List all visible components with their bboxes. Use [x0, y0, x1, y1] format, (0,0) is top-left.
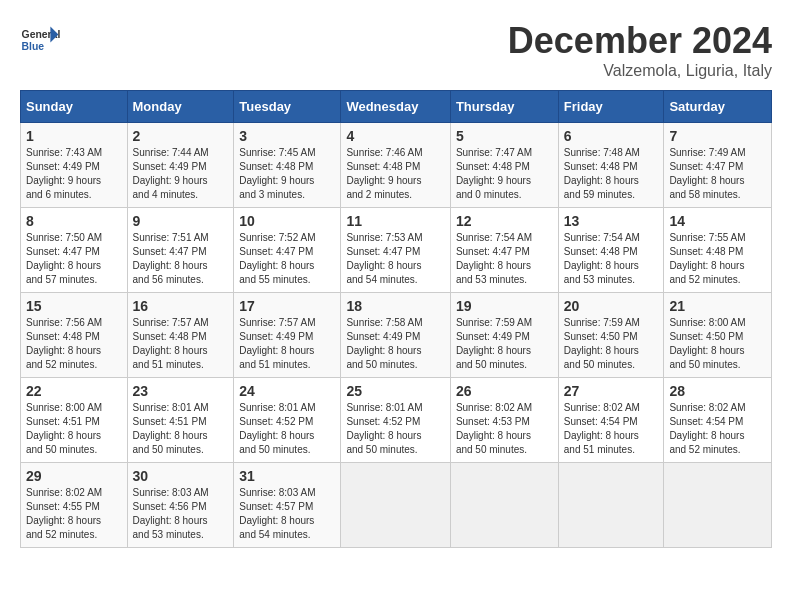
day-number: 11	[346, 213, 444, 229]
day-info: Sunrise: 8:02 AMSunset: 4:53 PMDaylight:…	[456, 402, 532, 455]
day-info: Sunrise: 7:51 AMSunset: 4:47 PMDaylight:…	[133, 232, 209, 285]
calendar-cell	[341, 463, 450, 548]
day-info: Sunrise: 7:57 AMSunset: 4:48 PMDaylight:…	[133, 317, 209, 370]
day-info: Sunrise: 7:57 AMSunset: 4:49 PMDaylight:…	[239, 317, 315, 370]
day-number: 18	[346, 298, 444, 314]
day-number: 20	[564, 298, 659, 314]
calendar-cell: 17Sunrise: 7:57 AMSunset: 4:49 PMDayligh…	[234, 293, 341, 378]
day-info: Sunrise: 8:02 AMSunset: 4:54 PMDaylight:…	[669, 402, 745, 455]
calendar-cell: 12Sunrise: 7:54 AMSunset: 4:47 PMDayligh…	[450, 208, 558, 293]
calendar-cell: 13Sunrise: 7:54 AMSunset: 4:48 PMDayligh…	[558, 208, 664, 293]
day-number: 3	[239, 128, 335, 144]
calendar-cell: 19Sunrise: 7:59 AMSunset: 4:49 PMDayligh…	[450, 293, 558, 378]
day-info: Sunrise: 7:54 AMSunset: 4:48 PMDaylight:…	[564, 232, 640, 285]
calendar-cell: 23Sunrise: 8:01 AMSunset: 4:51 PMDayligh…	[127, 378, 234, 463]
day-info: Sunrise: 7:55 AMSunset: 4:48 PMDaylight:…	[669, 232, 745, 285]
calendar-cell: 25Sunrise: 8:01 AMSunset: 4:52 PMDayligh…	[341, 378, 450, 463]
day-number: 23	[133, 383, 229, 399]
day-number: 15	[26, 298, 122, 314]
day-header-saturday: Saturday	[664, 91, 772, 123]
day-number: 31	[239, 468, 335, 484]
calendar-cell: 15Sunrise: 7:56 AMSunset: 4:48 PMDayligh…	[21, 293, 128, 378]
week-row: 15Sunrise: 7:56 AMSunset: 4:48 PMDayligh…	[21, 293, 772, 378]
calendar-cell: 16Sunrise: 7:57 AMSunset: 4:48 PMDayligh…	[127, 293, 234, 378]
day-info: Sunrise: 7:59 AMSunset: 4:50 PMDaylight:…	[564, 317, 640, 370]
day-info: Sunrise: 8:00 AMSunset: 4:50 PMDaylight:…	[669, 317, 745, 370]
month-title: December 2024	[508, 20, 772, 62]
calendar-table: SundayMondayTuesdayWednesdayThursdayFrid…	[20, 90, 772, 548]
day-number: 14	[669, 213, 766, 229]
day-number: 26	[456, 383, 553, 399]
day-info: Sunrise: 8:01 AMSunset: 4:51 PMDaylight:…	[133, 402, 209, 455]
calendar-cell: 31Sunrise: 8:03 AMSunset: 4:57 PMDayligh…	[234, 463, 341, 548]
day-header-wednesday: Wednesday	[341, 91, 450, 123]
day-header-sunday: Sunday	[21, 91, 128, 123]
day-info: Sunrise: 7:49 AMSunset: 4:47 PMDaylight:…	[669, 147, 745, 200]
day-number: 27	[564, 383, 659, 399]
day-info: Sunrise: 7:56 AMSunset: 4:48 PMDaylight:…	[26, 317, 102, 370]
week-row: 8Sunrise: 7:50 AMSunset: 4:47 PMDaylight…	[21, 208, 772, 293]
svg-text:Blue: Blue	[22, 41, 45, 52]
day-info: Sunrise: 8:02 AMSunset: 4:54 PMDaylight:…	[564, 402, 640, 455]
day-number: 9	[133, 213, 229, 229]
calendar-cell: 7Sunrise: 7:49 AMSunset: 4:47 PMDaylight…	[664, 123, 772, 208]
calendar-cell	[664, 463, 772, 548]
title-area: December 2024 Valzemola, Liguria, Italy	[508, 20, 772, 80]
day-number: 10	[239, 213, 335, 229]
calendar-cell: 18Sunrise: 7:58 AMSunset: 4:49 PMDayligh…	[341, 293, 450, 378]
day-number: 8	[26, 213, 122, 229]
header-row: SundayMondayTuesdayWednesdayThursdayFrid…	[21, 91, 772, 123]
calendar-cell: 8Sunrise: 7:50 AMSunset: 4:47 PMDaylight…	[21, 208, 128, 293]
day-info: Sunrise: 8:01 AMSunset: 4:52 PMDaylight:…	[346, 402, 422, 455]
calendar-cell: 29Sunrise: 8:02 AMSunset: 4:55 PMDayligh…	[21, 463, 128, 548]
calendar-cell: 10Sunrise: 7:52 AMSunset: 4:47 PMDayligh…	[234, 208, 341, 293]
calendar-cell: 6Sunrise: 7:48 AMSunset: 4:48 PMDaylight…	[558, 123, 664, 208]
calendar-cell	[558, 463, 664, 548]
calendar-cell: 2Sunrise: 7:44 AMSunset: 4:49 PMDaylight…	[127, 123, 234, 208]
day-number: 16	[133, 298, 229, 314]
day-info: Sunrise: 7:46 AMSunset: 4:48 PMDaylight:…	[346, 147, 422, 200]
day-header-thursday: Thursday	[450, 91, 558, 123]
day-number: 12	[456, 213, 553, 229]
day-number: 29	[26, 468, 122, 484]
calendar-cell: 24Sunrise: 8:01 AMSunset: 4:52 PMDayligh…	[234, 378, 341, 463]
calendar-cell: 21Sunrise: 8:00 AMSunset: 4:50 PMDayligh…	[664, 293, 772, 378]
day-info: Sunrise: 7:59 AMSunset: 4:49 PMDaylight:…	[456, 317, 532, 370]
day-info: Sunrise: 8:02 AMSunset: 4:55 PMDaylight:…	[26, 487, 102, 540]
week-row: 1Sunrise: 7:43 AMSunset: 4:49 PMDaylight…	[21, 123, 772, 208]
day-number: 19	[456, 298, 553, 314]
day-number: 13	[564, 213, 659, 229]
calendar-cell: 22Sunrise: 8:00 AMSunset: 4:51 PMDayligh…	[21, 378, 128, 463]
day-info: Sunrise: 8:03 AMSunset: 4:57 PMDaylight:…	[239, 487, 315, 540]
calendar-cell: 9Sunrise: 7:51 AMSunset: 4:47 PMDaylight…	[127, 208, 234, 293]
day-number: 30	[133, 468, 229, 484]
calendar-cell: 4Sunrise: 7:46 AMSunset: 4:48 PMDaylight…	[341, 123, 450, 208]
calendar-cell: 30Sunrise: 8:03 AMSunset: 4:56 PMDayligh…	[127, 463, 234, 548]
header: General Blue December 2024 Valzemola, Li…	[20, 20, 772, 80]
calendar-cell: 1Sunrise: 7:43 AMSunset: 4:49 PMDaylight…	[21, 123, 128, 208]
day-info: Sunrise: 7:43 AMSunset: 4:49 PMDaylight:…	[26, 147, 102, 200]
day-info: Sunrise: 8:01 AMSunset: 4:52 PMDaylight:…	[239, 402, 315, 455]
day-info: Sunrise: 7:52 AMSunset: 4:47 PMDaylight:…	[239, 232, 315, 285]
day-number: 6	[564, 128, 659, 144]
day-info: Sunrise: 7:54 AMSunset: 4:47 PMDaylight:…	[456, 232, 532, 285]
calendar-cell: 27Sunrise: 8:02 AMSunset: 4:54 PMDayligh…	[558, 378, 664, 463]
subtitle: Valzemola, Liguria, Italy	[508, 62, 772, 80]
day-number: 1	[26, 128, 122, 144]
day-number: 28	[669, 383, 766, 399]
calendar-cell: 20Sunrise: 7:59 AMSunset: 4:50 PMDayligh…	[558, 293, 664, 378]
calendar-cell: 26Sunrise: 8:02 AMSunset: 4:53 PMDayligh…	[450, 378, 558, 463]
day-info: Sunrise: 7:53 AMSunset: 4:47 PMDaylight:…	[346, 232, 422, 285]
logo: General Blue	[20, 20, 64, 60]
week-row: 29Sunrise: 8:02 AMSunset: 4:55 PMDayligh…	[21, 463, 772, 548]
day-number: 21	[669, 298, 766, 314]
day-number: 25	[346, 383, 444, 399]
day-info: Sunrise: 7:50 AMSunset: 4:47 PMDaylight:…	[26, 232, 102, 285]
calendar-cell: 28Sunrise: 8:02 AMSunset: 4:54 PMDayligh…	[664, 378, 772, 463]
day-info: Sunrise: 7:44 AMSunset: 4:49 PMDaylight:…	[133, 147, 209, 200]
calendar-cell: 3Sunrise: 7:45 AMSunset: 4:48 PMDaylight…	[234, 123, 341, 208]
day-number: 7	[669, 128, 766, 144]
day-info: Sunrise: 8:00 AMSunset: 4:51 PMDaylight:…	[26, 402, 102, 455]
day-header-friday: Friday	[558, 91, 664, 123]
day-number: 17	[239, 298, 335, 314]
